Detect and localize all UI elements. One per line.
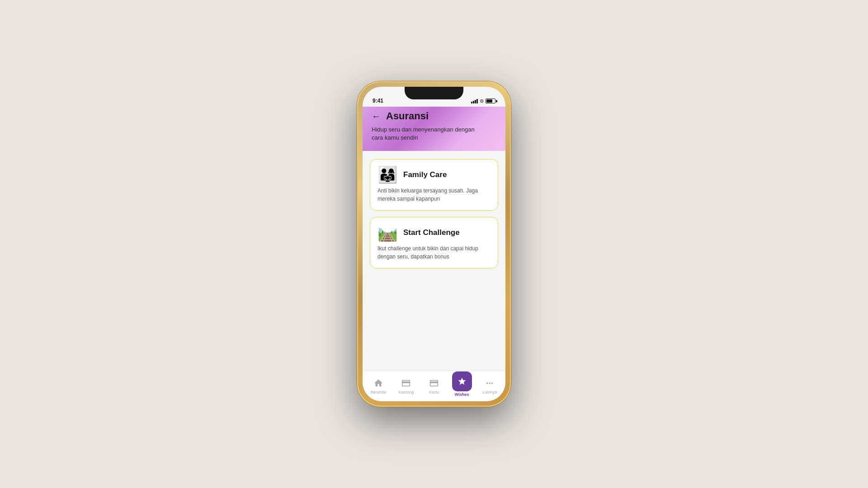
start-challenge-card[interactable]: 🛤️ Start Challenge Ikut challenge untuk …	[370, 217, 498, 268]
tab-bar: Beranda Kantong	[363, 371, 505, 401]
signal-icon	[471, 99, 478, 103]
family-care-card[interactable]: 👨‍👩‍👧 Family Care Anti bikin keluarga te…	[370, 159, 498, 211]
back-button[interactable]: ←	[372, 112, 381, 121]
start-challenge-emoji: 🛤️	[377, 225, 398, 241]
wishes-icon	[452, 371, 472, 391]
tab-beranda[interactable]: Beranda	[364, 375, 392, 394]
status-icons: ⊜	[471, 98, 495, 104]
start-challenge-title: Start Challenge	[403, 228, 460, 237]
battery-icon	[486, 99, 495, 103]
kantong-icon	[400, 377, 412, 389]
lainnya-label: Lainnya	[482, 390, 497, 394]
phone-wrapper: 9:41 ⊜ ← Asu	[357, 81, 511, 407]
kartu-icon	[428, 377, 440, 389]
kartu-label: Kartu	[429, 390, 439, 394]
header-nav: ← Asuransi	[372, 110, 496, 122]
content-area: 👨‍👩‍👧 Family Care Anti bikin keluarga te…	[363, 151, 505, 371]
desktop-background: 9:41 ⊜ ← Asu	[0, 0, 868, 488]
app-header: ← Asuransi Hidup seru dan menyenangkan d…	[363, 107, 505, 151]
tab-kartu[interactable]: Kartu	[420, 375, 448, 394]
kantong-label: Kantong	[399, 390, 414, 394]
header-subtitle: Hidup seru dan menyenangkan dengancara k…	[372, 126, 496, 142]
tab-kantong[interactable]: Kantong	[392, 375, 420, 394]
family-care-title: Family Care	[403, 170, 447, 179]
notch	[405, 87, 463, 99]
beranda-icon	[373, 377, 384, 389]
page-title: Asuransi	[386, 110, 429, 122]
status-time: 9:41	[373, 98, 383, 104]
wishes-label: Wishes	[455, 392, 469, 397]
wifi-icon: ⊜	[480, 98, 484, 104]
family-care-description: Anti bikin keluarga tersayang susah. Jag…	[377, 187, 491, 203]
phone-screen: 9:41 ⊜ ← Asu	[363, 87, 505, 401]
family-care-card-header: 👨‍👩‍👧 Family Care	[377, 167, 491, 183]
tab-wishes[interactable]: Wishes	[448, 372, 476, 397]
lainnya-icon	[484, 377, 495, 389]
tab-lainnya[interactable]: Lainnya	[476, 375, 504, 394]
family-care-emoji: 👨‍👩‍👧	[377, 167, 398, 183]
beranda-label: Beranda	[371, 390, 386, 394]
start-challenge-card-header: 🛤️ Start Challenge	[377, 225, 491, 241]
start-challenge-description: Ikut challenge untuk bikin dan capai hid…	[377, 244, 491, 261]
